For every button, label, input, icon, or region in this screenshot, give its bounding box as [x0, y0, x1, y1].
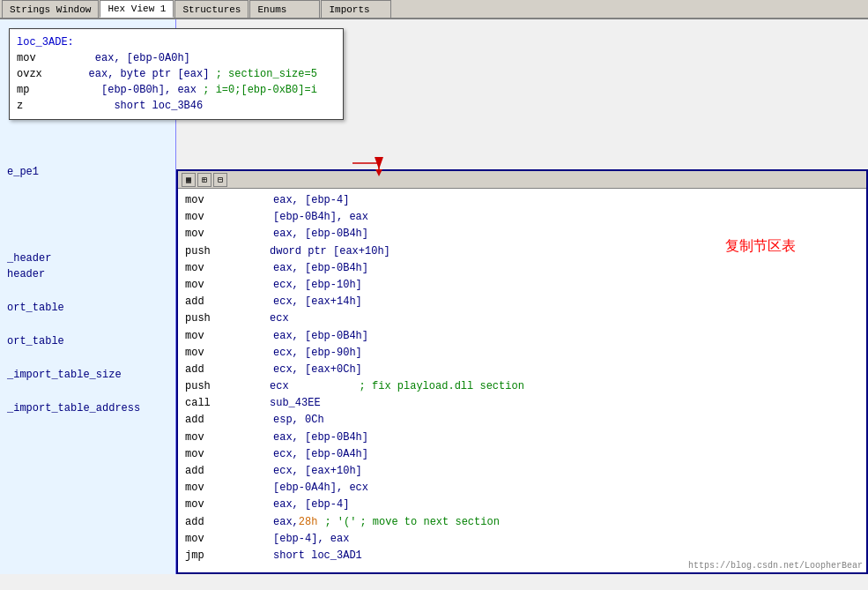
sidebar-item-e-pe1[interactable]: e_pe1 — [0, 164, 175, 180]
instr-push-3: push — [185, 378, 238, 395]
instr-mov-3: mov — [185, 226, 238, 243]
op-5: eax, [ebp-0B4h] — [273, 260, 368, 277]
op-13: sub_43EE — [270, 395, 321, 412]
code-line-6: mov ecx, [ebp-10h] — [185, 277, 859, 294]
watermark: https://blog.csdn.net/LoopherBear — [688, 561, 863, 571]
op-4: dword ptr [eax+10h] — [270, 243, 390, 260]
operand-2: eax, byte ptr [eax] — [70, 66, 209, 82]
code-line-18: mov [ebp-0A4h], ecx — [185, 480, 859, 497]
op-15: eax, [ebp-0B4h] — [273, 429, 368, 446]
instr-call-1: call — [185, 395, 238, 412]
code-line-11: add ecx, [eax+0Ch] — [185, 362, 859, 378]
code-line-15: mov eax, [ebp-0B4h] — [185, 429, 859, 446]
popup-label: loc_3ADE: — [17, 34, 74, 50]
comment-2: ; section_size=5 — [209, 66, 316, 82]
sidebar-item-ort-table1[interactable]: ort_table — [0, 300, 175, 316]
popup-label-line: loc_3ADE: — [17, 34, 336, 50]
table-icon[interactable]: ⊞ — [197, 173, 211, 187]
op-20-1: eax, — [273, 514, 299, 531]
op-18: [ebp-0A4h], ecx — [273, 480, 368, 497]
instr-3: mp — [17, 82, 70, 98]
instr-add-1: add — [185, 294, 238, 310]
grid-icon[interactable]: ▦ — [182, 173, 196, 187]
operand-3: [ebp-0B0h], eax — [70, 82, 197, 98]
code-line-2: mov [ebp-0B4h], eax — [185, 209, 859, 226]
op-12: ecx — [270, 378, 289, 395]
op-7: ecx, [eax+14h] — [273, 294, 362, 310]
instr-mov-6: mov — [185, 328, 238, 345]
code-line-5: mov eax, [ebp-0B4h] — [185, 260, 859, 277]
code-line-9: mov eax, [ebp-0B4h] — [185, 328, 859, 345]
sidebar-item-header1[interactable]: _header — [0, 250, 175, 266]
instr-2: ovzx — [17, 66, 70, 82]
op-17: ecx, [eax+10h] — [273, 463, 362, 480]
sidebar-item-ort-table2[interactable]: ort_table — [0, 333, 175, 349]
instr-push-1: push — [185, 243, 238, 260]
code-line-20: add eax, 28h ; '(' ; move to next sectio… — [185, 514, 859, 531]
op-16: ecx, [ebp-0A4h] — [273, 446, 368, 463]
code-line-14: add esp, 0Ch — [185, 412, 859, 429]
sidebar-item-import-table-address[interactable]: _import_table_address — [0, 400, 175, 416]
instr-mov-4: mov — [185, 260, 238, 277]
code-line-19: mov eax, [ebp-4] — [185, 497, 859, 513]
instr-mov-2: mov — [185, 209, 238, 226]
tab-enums[interactable]: Enums — [249, 0, 320, 18]
instr-jmp-1: jmp — [185, 548, 238, 564]
sidebar-item-import-table-size[interactable]: _import_table_size — [0, 367, 175, 383]
op-19: eax, [ebp-4] — [273, 497, 349, 513]
op-1: eax, [ebp-4] — [273, 192, 349, 209]
op-14: esp, 0Ch — [273, 412, 324, 429]
instr-mov-11: mov — [185, 497, 238, 513]
instr-push-2: push — [185, 310, 238, 327]
instr-add-4: add — [185, 463, 238, 480]
popup-line-3: mp [ebp-0B0h], eax ; i=0;[ebp-0xB0]=i — [17, 82, 336, 98]
code-popup-content: loc_3ADE: mov eax, [ebp-0A0h] ovzx eax, … — [10, 29, 343, 119]
code-body[interactable]: 复制节区表 mov eax, [ebp-4] mov [ebp-0B4h], e… — [178, 189, 866, 572]
tab-structures[interactable]: Structures — [174, 0, 249, 18]
instr-1: mov — [17, 50, 70, 66]
op-20-2: 28h — [299, 514, 318, 531]
tab-bar: Strings Window Hex View 1 Structures Enu… — [0, 0, 868, 19]
operand-4: short loc_3B46 — [70, 98, 203, 114]
instr-mov-10: mov — [185, 480, 238, 497]
tab-strings-window[interactable]: Strings Window — [2, 0, 99, 18]
popup-line-1: mov eax, [ebp-0A0h] — [17, 50, 336, 66]
code-main-panel: ▦ ⊞ ⊟ 复制节区表 mov eax, [ebp-4] mov [ebp-0B… — [176, 169, 868, 574]
code-line-17: add ecx, [eax+10h] — [185, 463, 859, 480]
op-6: ecx, [ebp-10h] — [273, 277, 362, 294]
instr-mov-5: mov — [185, 277, 238, 294]
instr-add-5: add — [185, 514, 238, 531]
comment-3: ; i=0;[ebp-0xB0]=i — [197, 82, 317, 98]
code-line-12: push ecx ; fix playload.dll section — [185, 378, 859, 395]
code-line-1: mov eax, [ebp-4] — [185, 192, 859, 209]
tab-hex-view[interactable]: Hex View 1 — [100, 0, 174, 18]
instr-mov-9: mov — [185, 446, 238, 463]
svg-marker-1 — [375, 157, 383, 169]
chinese-comment-label: 复制节区表 — [725, 235, 796, 258]
op-22: short loc_3AD1 — [273, 548, 362, 564]
code-line-16: mov ecx, [ebp-0A4h] — [185, 446, 859, 463]
popup-line-2: ovzx eax, byte ptr [eax] ; section_size=… — [17, 66, 336, 82]
code-toolbar: ▦ ⊞ ⊟ — [178, 171, 866, 189]
instr-mov-7: mov — [185, 345, 238, 362]
op-2: [ebp-0B4h], eax — [273, 209, 368, 226]
code-line-13: call sub_43EE — [185, 395, 859, 412]
instr-mov-1: mov — [185, 192, 238, 209]
sidebar-item-header2[interactable]: header — [0, 266, 175, 282]
instr-add-3: add — [185, 412, 238, 429]
op-9: eax, [ebp-0B4h] — [273, 328, 368, 345]
tab-imports[interactable]: Imports — [321, 0, 391, 18]
columns-icon[interactable]: ⊟ — [213, 173, 227, 187]
op-3: eax, [ebp-0B4h] — [273, 226, 368, 243]
op-21: [ebp-4], eax — [273, 531, 349, 548]
comment-20: ; '(' — [324, 514, 356, 531]
instr-mov-8: mov — [185, 429, 238, 446]
op-11: ecx, [eax+0Ch] — [273, 362, 362, 378]
op-10: ecx, [ebp-90h] — [273, 345, 362, 362]
instr-add-2: add — [185, 362, 238, 378]
operand-1: eax, [ebp-0A0h] — [70, 50, 190, 66]
popup-line-4: z short loc_3B46 — [17, 98, 336, 114]
code-line-10: mov ecx, [ebp-90h] — [185, 345, 859, 362]
instr-mov-12: mov — [185, 531, 238, 548]
comment-20b: ; move to next section — [360, 514, 499, 531]
